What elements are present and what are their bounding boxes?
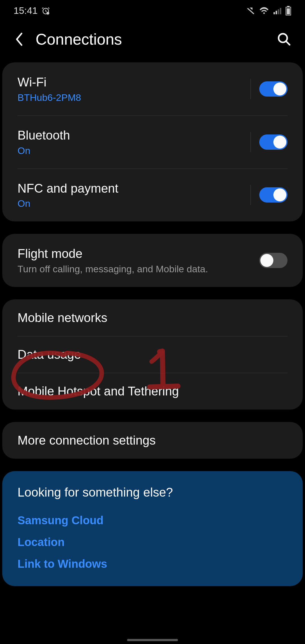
signal-icon <box>273 6 281 15</box>
bluetooth-label: Bluetooth <box>18 128 250 143</box>
svg-text:!: ! <box>48 12 48 14</box>
battery-icon <box>285 6 291 16</box>
status-time: 15:41 <box>14 5 38 16</box>
svg-rect-6 <box>280 8 281 14</box>
wifi-row[interactable]: Wi-Fi BTHub6-2PM8 <box>2 62 303 116</box>
more-connection-settings-label: More connection settings <box>18 433 156 447</box>
page-header: Connections <box>0 19 305 62</box>
page-title: Connections <box>36 30 277 48</box>
suggestions-title: Looking for something else? <box>18 485 287 499</box>
wifi-label: Wi-Fi <box>18 75 250 90</box>
data-usage-row[interactable]: Data usage <box>2 336 303 373</box>
connections-group-1: Wi-Fi BTHub6-2PM8 Bluetooth On NFC and p… <box>2 62 303 221</box>
svg-rect-3 <box>274 12 275 14</box>
bluetooth-status: On <box>18 145 250 156</box>
connections-group-3: Mobile networks Data usage Mobile Hotspo… <box>2 299 303 410</box>
flight-mode-toggle[interactable] <box>259 253 287 268</box>
vibrate-icon <box>247 6 255 15</box>
flight-mode-label: Flight mode <box>18 246 259 261</box>
nfc-toggle[interactable] <box>259 187 287 203</box>
bluetooth-row[interactable]: Bluetooth On <box>2 116 303 169</box>
more-connection-settings-row[interactable]: More connection settings <box>2 422 303 459</box>
hotspot-label: Mobile Hotspot and Tethering <box>18 384 179 398</box>
status-bar: 15:41 ! <box>0 0 305 19</box>
bluetooth-toggle[interactable] <box>259 134 287 150</box>
search-button[interactable] <box>277 32 291 47</box>
flight-mode-description: Turn off calling, messaging, and Mobile … <box>18 264 259 275</box>
wifi-icon <box>259 6 269 15</box>
svg-rect-5 <box>278 9 279 14</box>
wifi-toggle[interactable] <box>259 81 287 97</box>
wifi-network: BTHub6-2PM8 <box>18 92 250 103</box>
divider <box>250 185 251 205</box>
nfc-row[interactable]: NFC and payment On <box>2 169 303 222</box>
divider <box>250 132 251 152</box>
divider <box>250 79 251 99</box>
nfc-label: NFC and payment <box>18 181 250 196</box>
svg-rect-4 <box>276 11 277 14</box>
hotspot-row[interactable]: Mobile Hotspot and Tethering <box>2 373 303 410</box>
svg-rect-9 <box>287 8 290 14</box>
link-to-windows-link[interactable]: Link to Windows <box>18 553 287 575</box>
location-link[interactable]: Location <box>18 531 287 553</box>
more-settings-group: More connection settings <box>2 422 303 459</box>
suggestions-card: Looking for something else? Samsung Clou… <box>2 471 303 586</box>
samsung-cloud-link[interactable]: Samsung Cloud <box>18 510 287 531</box>
nav-indicator <box>127 639 178 641</box>
data-usage-label: Data usage <box>18 347 81 361</box>
back-button[interactable] <box>14 34 25 45</box>
mobile-networks-row[interactable]: Mobile networks <box>2 299 303 336</box>
flight-mode-group: Flight mode Turn off calling, messaging,… <box>2 234 303 287</box>
flight-mode-row[interactable]: Flight mode Turn off calling, messaging,… <box>2 234 303 287</box>
nfc-status: On <box>18 198 250 209</box>
alarm-icon: ! <box>42 6 50 15</box>
mobile-networks-label: Mobile networks <box>18 311 107 325</box>
